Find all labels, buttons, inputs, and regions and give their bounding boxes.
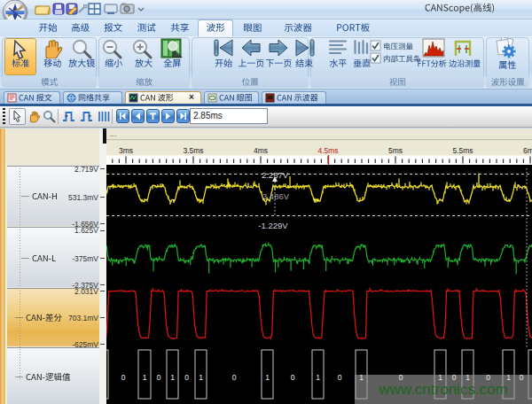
svg-text:1: 1 <box>143 373 147 382</box>
svg-text:1: 1 <box>359 373 364 382</box>
svg-text:0: 0 <box>338 373 342 382</box>
svg-text:0: 0 <box>486 373 490 382</box>
svg-text:3.486V: 3.486V <box>262 191 290 201</box>
svg-text:1: 1 <box>265 373 270 382</box>
svg-text:1: 1 <box>438 373 442 382</box>
svg-text:www.cntronics.com: www.cntronics.com <box>378 381 507 398</box>
svg-text:0: 0 <box>452 373 457 382</box>
svg-text:4.5ms: 4.5ms <box>317 146 338 155</box>
svg-text:...: ... <box>110 129 117 138</box>
svg-text:6ms: 6ms <box>523 146 532 155</box>
svg-text:0: 0 <box>121 373 126 382</box>
svg-text:1: 1 <box>506 373 511 382</box>
svg-text:0: 0 <box>520 373 524 382</box>
svg-text:0: 0 <box>157 373 161 382</box>
svg-text:1: 1 <box>316 373 320 382</box>
svg-text:3ms: 3ms <box>119 146 133 155</box>
svg-text:3.5ms: 3.5ms <box>183 146 203 155</box>
svg-text:4ms: 4ms <box>254 146 268 155</box>
svg-text:0: 0 <box>232 373 237 382</box>
svg-text:1: 1 <box>466 373 470 382</box>
svg-text:1: 1 <box>199 373 203 382</box>
svg-text:0: 0 <box>291 373 295 382</box>
svg-text:1: 1 <box>170 373 175 382</box>
svg-text:-1.229V: -1.229V <box>258 221 288 230</box>
svg-text:0: 0 <box>399 373 403 382</box>
svg-text:0: 0 <box>184 373 189 382</box>
svg-text:5ms: 5ms <box>388 146 403 155</box>
svg-text:5.5ms: 5.5ms <box>452 146 473 155</box>
svg-text:2.257V: 2.257V <box>262 170 289 180</box>
